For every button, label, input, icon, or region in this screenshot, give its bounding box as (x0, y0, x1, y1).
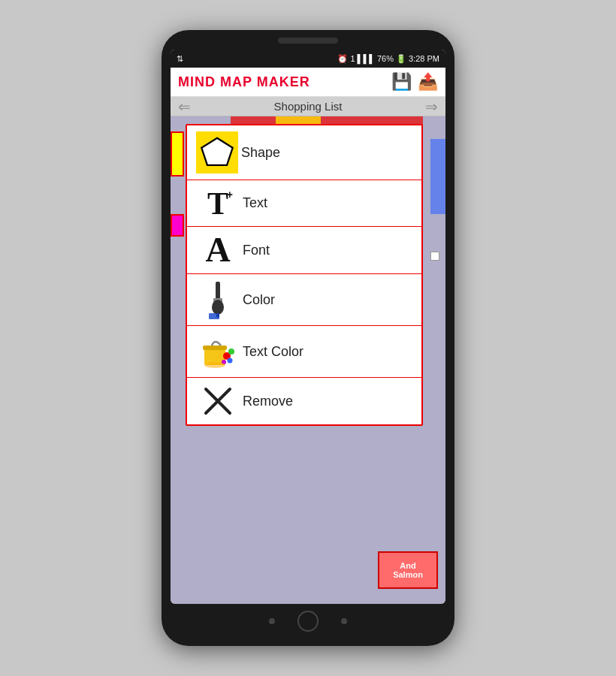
tab-bar: ⇐ Shopping List ⇒ (171, 97, 445, 116)
text-icon-area: T + (196, 188, 240, 219)
app-title: MIND MAP MAKER (178, 74, 310, 90)
svg-point-10 (228, 358, 233, 364)
x-icon (201, 385, 234, 418)
tab-label: Shopping List (274, 100, 343, 113)
bg-node-pink (171, 214, 184, 237)
salmon-node-text: AndSalmon (393, 561, 423, 579)
notification-badge: 1 (350, 54, 355, 63)
header-icons: 💾 📤 (391, 72, 438, 92)
font-icon: A (205, 233, 230, 267)
paintbrush-icon (201, 280, 234, 319)
pentagon-icon (200, 135, 234, 170)
menu-item-text-color[interactable]: Text Color (187, 326, 421, 378)
bg-node-right-small (430, 252, 439, 261)
save-button[interactable]: 💾 (391, 72, 412, 92)
svg-rect-1 (216, 282, 220, 300)
back-button[interactable] (269, 618, 275, 624)
home-button[interactable] (297, 611, 319, 632)
svg-marker-0 (201, 138, 232, 165)
status-right: ⏰ 1 ▌▌▌ 76% 🔋 3:28 PM (337, 54, 439, 64)
text-color-icon-area (196, 332, 240, 371)
phone-speaker (278, 38, 338, 44)
font-icon-area: A (196, 233, 240, 267)
phone-device: ⇅ ⏰ 1 ▌▌▌ 76% 🔋 3:28 PM MIND MAP MAKER 💾… (162, 30, 454, 646)
phone-screen: ⇅ ⏰ 1 ▌▌▌ 76% 🔋 3:28 PM MIND MAP MAKER 💾… (171, 50, 445, 604)
tab-left-decoration: ⇐ (178, 98, 191, 116)
bg-node-yellow (171, 131, 184, 177)
export-button[interactable]: 📤 (418, 72, 438, 92)
status-left: ⇅ (177, 54, 183, 64)
text-icon: T + (207, 188, 228, 219)
content-area: AndSalmon Shape T (171, 116, 445, 604)
svg-rect-7 (203, 346, 227, 350)
menu-item-font[interactable]: A Font (187, 227, 421, 274)
app-header: MIND MAP MAKER 💾 📤 (171, 68, 445, 97)
alarm-icon: ⏰ (337, 54, 348, 64)
menu-button[interactable] (341, 618, 347, 624)
shape-label: Shape (241, 145, 280, 161)
menu-item-remove[interactable]: Remove (187, 378, 421, 424)
context-menu: Shape T + Text A (186, 124, 423, 426)
battery-icon: 🔋 (396, 54, 406, 64)
battery-text: 76% (377, 54, 394, 63)
text-label: Text (243, 195, 267, 211)
menu-item-text[interactable]: T + Text (187, 180, 421, 227)
usb-icon: ⇅ (177, 54, 183, 64)
bg-node-right-blue (430, 139, 445, 214)
menu-item-shape[interactable]: Shape (187, 125, 421, 180)
status-bar: ⇅ ⏰ 1 ▌▌▌ 76% 🔋 3:28 PM (171, 50, 445, 68)
paint-bucket-icon (198, 332, 237, 371)
phone-bottom-buttons (269, 610, 347, 632)
menu-item-color[interactable]: Color (187, 274, 421, 326)
color-icon-area (196, 280, 240, 319)
svg-point-12 (204, 362, 225, 368)
shape-icon-wrapper (196, 131, 238, 174)
salmon-node[interactable]: AndSalmon (378, 551, 438, 589)
time-display: 3:28 PM (409, 54, 439, 63)
tab-right-decoration: ⇒ (425, 98, 438, 116)
svg-point-9 (228, 349, 234, 355)
text-color-label: Text Color (243, 344, 303, 360)
remove-label: Remove (243, 394, 293, 409)
signal-icon: ▌▌▌ (358, 54, 375, 63)
font-label: Font (243, 243, 270, 258)
svg-point-3 (212, 300, 224, 315)
color-label: Color (243, 292, 275, 308)
svg-rect-5 (209, 313, 219, 319)
remove-icon-area (196, 385, 240, 418)
text-plus-icon: + (227, 189, 233, 200)
